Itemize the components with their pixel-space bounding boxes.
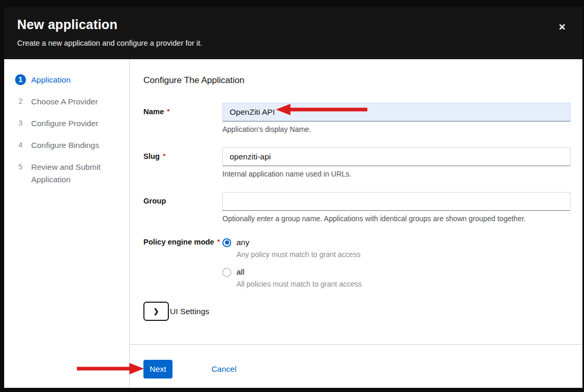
step-label: Review and Submit Application — [31, 161, 121, 186]
step-label: Application — [31, 74, 71, 86]
page: { "modal": { "title": "New application",… — [0, 0, 584, 392]
modal-body: 1 Application 2 Choose A Provider 3 Conf… — [4, 59, 582, 388]
wizard-step-choose-provider[interactable]: 2 Choose A Provider — [4, 96, 129, 108]
wizard-step-review-submit[interactable]: 5 Review and Submit Application — [4, 161, 129, 186]
cancel-link[interactable]: Cancel — [211, 360, 236, 379]
step-label: Choose A Provider — [31, 96, 98, 108]
group-helper-text: Optionally enter a group name. Applicati… — [222, 214, 570, 223]
step-label: Configure Provider — [31, 117, 98, 130]
policy-mode-field-row: Policy engine mode* any Any policy must … — [143, 237, 570, 288]
step-number-badge: 2 — [15, 96, 26, 107]
slug-helper-text: Internal application name used in URLs. — [222, 170, 570, 179]
ui-settings-label: UI Settings — [170, 307, 209, 316]
wizard-main: Configure The Application Name* Applicat… — [130, 59, 582, 388]
policy-all-helper-text: All policies must match to grant access — [236, 280, 570, 288]
name-label: Name* — [143, 103, 222, 134]
step-number-badge: 5 — [15, 161, 26, 172]
chevron-right-icon: ❯ — [153, 307, 159, 315]
name-input[interactable] — [222, 103, 570, 121]
application-form: Configure The Application Name* Applicat… — [130, 59, 582, 344]
slug-label: Slug* — [143, 147, 222, 179]
form-heading: Configure The Application — [143, 75, 570, 86]
step-number-badge: 1 — [15, 74, 26, 85]
required-asterisk: * — [163, 152, 165, 160]
slug-input[interactable] — [222, 147, 570, 166]
policy-any-helper-text: Any policy must match to grant access — [236, 250, 570, 259]
ui-settings-section: ❯ UI Settings — [143, 302, 570, 321]
slug-field-row: Slug* Internal application name used in … — [143, 147, 570, 179]
step-number-badge: 4 — [15, 140, 26, 151]
name-field-row: Name* Application's display Name. — [143, 103, 570, 134]
group-label: Group — [143, 192, 222, 223]
wizard-step-application[interactable]: 1 Application — [4, 74, 129, 86]
close-icon[interactable]: ✕ — [559, 23, 566, 32]
new-application-modal: New application Create a new application… — [4, 7, 582, 388]
wizard-step-configure-bindings[interactable]: 4 Configure Bindings — [4, 140, 129, 152]
ui-settings-toggle[interactable]: ❯ — [143, 302, 169, 321]
next-button[interactable]: Next — [143, 360, 172, 379]
policy-option-all: all — [222, 266, 570, 277]
step-label: Configure Bindings — [31, 139, 99, 152]
policy-any-radio[interactable] — [222, 238, 231, 247]
modal-header: New application Create a new application… — [4, 7, 582, 59]
policy-option-any: any — [222, 237, 570, 247]
group-input[interactable] — [222, 192, 570, 211]
modal-subtitle: Create a new application and configure a… — [17, 38, 570, 48]
name-helper-text: Application's display Name. — [222, 125, 570, 134]
policy-all-label[interactable]: all — [236, 267, 245, 277]
step-number-badge: 3 — [15, 118, 26, 129]
required-asterisk: * — [217, 238, 220, 246]
policy-any-label[interactable]: any — [236, 238, 249, 247]
policy-all-radio[interactable] — [222, 268, 231, 277]
wizard-step-configure-provider[interactable]: 3 Configure Provider — [4, 118, 129, 130]
wizard-footer: Next Cancel — [130, 344, 582, 388]
modal-title: New application — [17, 17, 570, 32]
policy-mode-label: Policy engine mode* — [143, 237, 222, 288]
wizard-steps-nav: 1 Application 2 Choose A Provider 3 Conf… — [4, 59, 130, 388]
group-field-row: Group Optionally enter a group name. App… — [143, 192, 570, 223]
required-asterisk: * — [167, 107, 170, 115]
